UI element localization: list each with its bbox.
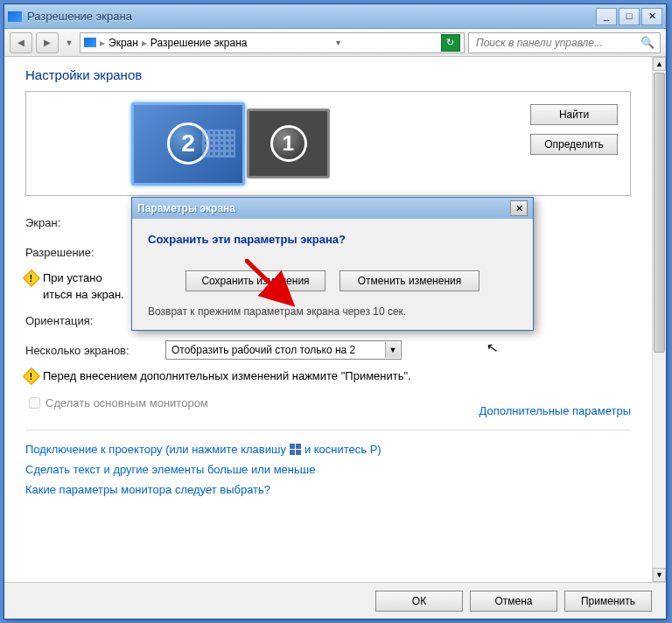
apply-warning: Перед внесением дополнительных изменений… — [25, 369, 631, 382]
identify-button[interactable]: Определить — [530, 134, 618, 155]
back-button[interactable]: ◄ — [10, 32, 32, 53]
dialog-title: Параметры экрана — [137, 202, 510, 214]
dialog-titlebar[interactable]: Параметры экрана ✕ — [132, 198, 533, 219]
scrollbar[interactable]: ▲ ▼ — [652, 57, 666, 582]
close-button[interactable]: ✕ — [641, 8, 662, 25]
maximize-button[interactable]: □ — [619, 8, 640, 25]
windows-logo-icon — [290, 444, 301, 455]
section-heading: Настройки экранов — [25, 67, 631, 82]
monitor-2[interactable]: 2 — [131, 102, 245, 186]
confirm-dialog: Параметры экрана ✕ Сохранить эти парамет… — [131, 197, 534, 331]
dialog-close-button[interactable]: ✕ — [510, 200, 528, 216]
monitor-grid-icon — [202, 130, 235, 158]
address-bar[interactable]: ▸ Экран ▸ Разрешение экрана ▾ ↻ — [80, 32, 465, 53]
revert-changes-button[interactable]: Отменить изменения — [340, 270, 480, 291]
refresh-button[interactable]: ↻ — [441, 34, 460, 52]
nav-bar: ◄ ► ▼ ▸ Экран ▸ Разрешение экрана ▾ ↻ 🔍 — [4, 29, 666, 57]
dialog-question: Сохранить эти параметры экрана? — [148, 233, 517, 246]
monitor-1[interactable]: 1 — [247, 108, 330, 178]
cancel-button[interactable]: Отмена — [470, 591, 557, 612]
minimize-button[interactable]: _ — [596, 8, 617, 25]
warning-icon — [23, 270, 40, 287]
search-icon[interactable]: 🔍 — [640, 36, 654, 49]
save-changes-button[interactable]: Сохранить изменения — [186, 270, 326, 291]
apply-button[interactable]: Применить — [564, 591, 652, 612]
ok-button[interactable]: ОК — [375, 591, 463, 612]
make-primary-label: Сделать основным монитором — [46, 396, 208, 410]
app-icon — [8, 11, 22, 22]
chevron-down-icon: ▼ — [385, 342, 400, 358]
history-dropdown[interactable]: ▼ — [62, 32, 76, 53]
scroll-up-arrow[interactable]: ▲ — [653, 57, 666, 71]
breadcrumb-level1[interactable]: Экран — [108, 37, 138, 49]
textsize-link[interactable]: Сделать текст и другие элементы больше и… — [25, 463, 631, 476]
titlebar[interactable]: Разрешение экрана _ □ ✕ — [4, 4, 666, 29]
scroll-thumb[interactable] — [654, 73, 665, 353]
projector-link[interactable]: Подключение к проектору (или нажмите кла… — [25, 443, 631, 456]
window-title: Разрешение экрана — [27, 10, 596, 23]
bottom-bar: ОК Отмена Применить — [4, 582, 666, 619]
which-monitor-link[interactable]: Какие параметры монитора следует выбрать… — [25, 483, 631, 496]
warning-icon — [23, 368, 40, 385]
make-primary-checkbox — [29, 397, 40, 409]
select-value: Отобразить рабочий стол только на 2 — [172, 344, 355, 356]
label-multiple: Несколько экранов: — [25, 344, 165, 357]
breadcrumb-level2[interactable]: Разрешение экрана — [150, 37, 248, 49]
folder-icon — [84, 38, 96, 47]
search-box[interactable]: 🔍 — [468, 32, 661, 53]
row-multiple-displays: Несколько экранов: Отобразить рабочий ст… — [25, 340, 631, 360]
forward-button[interactable]: ► — [36, 32, 59, 53]
multiple-displays-select[interactable]: Отобразить рабочий стол только на 2 ▼ — [165, 340, 402, 360]
countdown-text: Возврат к прежним параметрам экрана чере… — [148, 305, 517, 318]
monitor-preview-box: 2 1 Найти Определить — [25, 91, 631, 196]
scroll-down-arrow[interactable]: ▼ — [653, 568, 666, 582]
search-input[interactable] — [474, 36, 640, 50]
find-button[interactable]: Найти — [530, 104, 618, 125]
monitor-number: 1 — [270, 125, 307, 162]
